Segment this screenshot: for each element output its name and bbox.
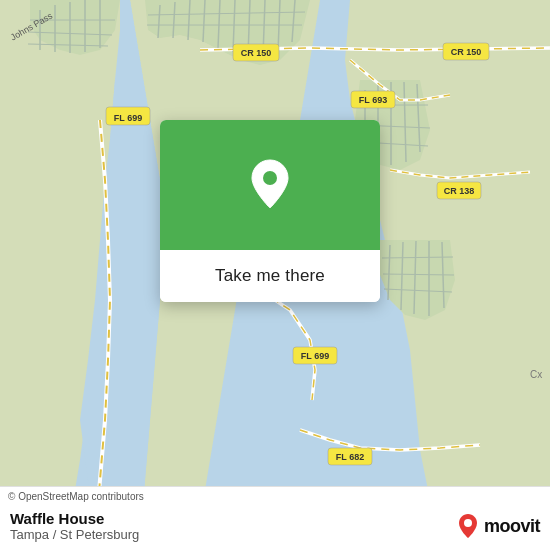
bottom-bar: © OpenStreetMap contributors Waffle Hous… bbox=[0, 486, 550, 550]
card-map-green bbox=[160, 120, 380, 250]
svg-text:Cx: Cx bbox=[530, 369, 542, 380]
svg-point-56 bbox=[464, 519, 472, 527]
svg-text:CR 138: CR 138 bbox=[444, 186, 475, 196]
map-container: FL 699 CR 150 CR 150 FL 693 CR 138 FL 69… bbox=[0, 0, 550, 550]
moovit-label: moovit bbox=[484, 516, 540, 537]
place-info-row: Waffle House Tampa / St Petersburg moovi… bbox=[0, 504, 550, 550]
svg-text:FL 699: FL 699 bbox=[301, 351, 329, 361]
svg-text:CR 150: CR 150 bbox=[451, 47, 482, 57]
svg-text:FL 699: FL 699 bbox=[114, 113, 142, 123]
svg-point-55 bbox=[263, 171, 277, 185]
map-attribution: © OpenStreetMap contributors bbox=[0, 487, 550, 504]
moovit-logo: moovit bbox=[454, 512, 540, 540]
take-me-there-button[interactable]: Take me there bbox=[160, 250, 380, 302]
place-name: Waffle House bbox=[10, 510, 139, 527]
location-pin-icon bbox=[248, 158, 292, 212]
moovit-icon bbox=[454, 512, 482, 540]
action-card: Take me there bbox=[160, 120, 380, 302]
svg-text:CR 150: CR 150 bbox=[241, 48, 272, 58]
svg-text:FL 682: FL 682 bbox=[336, 452, 364, 462]
place-details: Waffle House Tampa / St Petersburg bbox=[10, 510, 139, 542]
svg-text:FL 693: FL 693 bbox=[359, 95, 387, 105]
place-region: Tampa / St Petersburg bbox=[10, 527, 139, 542]
